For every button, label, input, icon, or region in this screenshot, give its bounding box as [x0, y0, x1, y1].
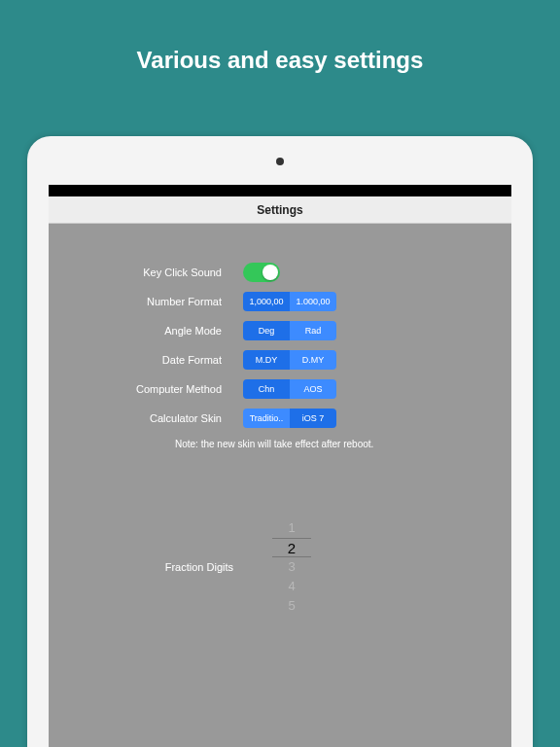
fraction-digits-picker[interactable]: 1 2 3 4 5: [272, 518, 311, 616]
angle-mode-opt2[interactable]: Rad: [290, 321, 336, 340]
computer-method-opt2[interactable]: AOS: [290, 379, 336, 399]
date-format-row: Date Format M.DY D.MY: [78, 350, 482, 370]
number-format-opt1[interactable]: 1,000,00: [243, 292, 290, 311]
picker-value: 5: [272, 596, 311, 616]
calculator-skin-segment[interactable]: Traditio.. iOS 7: [243, 409, 336, 428]
computer-method-opt1[interactable]: Chn: [243, 379, 290, 399]
fraction-digits-label: Fraction Digits: [78, 561, 272, 573]
picker-value: 3: [272, 557, 311, 577]
angle-mode-label: Angle Mode: [78, 325, 243, 337]
picker-value-selected: 2: [272, 538, 311, 557]
date-format-opt2[interactable]: D.MY: [290, 350, 336, 370]
calculator-skin-label: Calculator Skin: [78, 412, 243, 424]
calculator-skin-row: Calculator Skin Traditio.. iOS 7: [78, 409, 482, 428]
key-click-toggle[interactable]: [243, 263, 280, 282]
picker-value: 1: [272, 518, 311, 538]
skin-note: Note: the new skin will take effect afte…: [175, 438, 418, 450]
tablet-frame: Settings Key Click Sound Number Format 1…: [27, 136, 533, 747]
key-click-row: Key Click Sound: [78, 263, 482, 282]
date-format-segment[interactable]: M.DY D.MY: [243, 350, 336, 370]
tablet-camera: [276, 158, 284, 165]
number-format-segment[interactable]: 1,000,00 1.000,00: [243, 292, 336, 311]
marketing-headline: Various and easy settings: [0, 0, 560, 103]
calculator-skin-opt1[interactable]: Traditio..: [243, 409, 290, 428]
angle-mode-row: Angle Mode Deg Rad: [78, 321, 482, 340]
number-format-row: Number Format 1,000,00 1.000,00: [78, 292, 482, 311]
computer-method-segment[interactable]: Chn AOS: [243, 379, 336, 399]
angle-mode-opt1[interactable]: Deg: [243, 321, 290, 340]
settings-content: Key Click Sound Number Format 1,000,00 1…: [49, 224, 511, 747]
screen: Settings Key Click Sound Number Format 1…: [49, 185, 511, 747]
key-click-label: Key Click Sound: [78, 267, 243, 278]
nav-bar-title: Settings: [49, 196, 511, 224]
computer-method-label: Computer Method: [78, 383, 243, 395]
angle-mode-segment[interactable]: Deg Rad: [243, 321, 336, 340]
number-format-opt2[interactable]: 1.000,00: [290, 292, 336, 311]
date-format-label: Date Format: [78, 354, 243, 366]
date-format-opt1[interactable]: M.DY: [243, 350, 290, 370]
fraction-digits-row: Fraction Digits 1 2 3 4 5: [78, 518, 482, 616]
computer-method-row: Computer Method Chn AOS: [78, 379, 482, 399]
status-bar: [49, 185, 511, 196]
number-format-label: Number Format: [78, 296, 243, 307]
calculator-skin-opt2[interactable]: iOS 7: [290, 409, 336, 428]
picker-value: 4: [272, 577, 311, 596]
